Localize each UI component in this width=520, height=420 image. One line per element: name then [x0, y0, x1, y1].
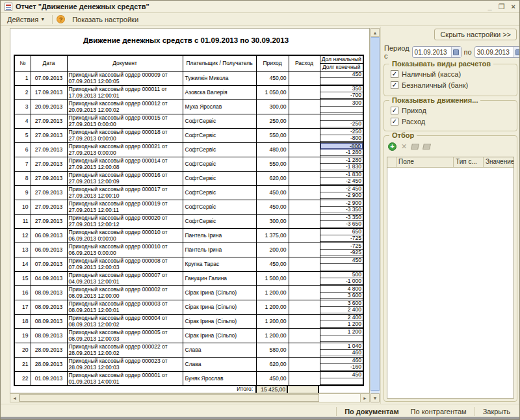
cell-expense[interactable] [289, 85, 320, 99]
cell-date[interactable]: 27.09.2013 [31, 114, 67, 128]
debt-end-cell[interactable]: -160 [320, 363, 363, 371]
cell-expense[interactable] [289, 328, 320, 343]
cell-date[interactable]: 06.09.2013 [31, 228, 67, 243]
cell-document[interactable]: Приходный кассовый ордер 000017 от27.09.… [67, 185, 183, 200]
cell-expense[interactable] [289, 285, 320, 300]
scroll-up-icon[interactable]: ▲ [370, 28, 380, 37]
debt-end-cell[interactable]: -2 900 [320, 192, 363, 199]
debt-end-cell[interactable]: -800 [320, 135, 363, 142]
cell-expense[interactable] [289, 300, 320, 314]
cell-expense[interactable] [289, 357, 320, 371]
cell-expense[interactable] [289, 228, 320, 243]
cell-expense[interactable] [289, 243, 320, 257]
cell-payer[interactable]: Азовска Валерія [183, 85, 256, 99]
cell-payer[interactable]: СофтСервіс [183, 200, 256, 214]
minimize-button[interactable]: _ [488, 3, 492, 11]
cell-num[interactable]: 3 [14, 99, 31, 114]
cell-income[interactable]: 1 200,00 [256, 300, 289, 314]
cell-expense[interactable] [289, 371, 320, 386]
cell-document[interactable]: Приходный кассовый ордер 000004 от08.09.… [67, 314, 183, 328]
cell-num[interactable]: 1 [14, 71, 31, 85]
totals-expense-cell[interactable] [288, 385, 319, 393]
cell-date[interactable]: 27.09.2013 [31, 214, 67, 228]
cell-income[interactable]: 550,00 [256, 157, 289, 171]
cell-document[interactable]: Приходный кассовый ордер 000016 от27.09.… [67, 171, 183, 185]
cell-expense[interactable] [289, 271, 320, 285]
cell-income[interactable]: 480,00 [256, 142, 289, 157]
vertical-scroll-thumb[interactable] [370, 37, 380, 391]
cell-document[interactable]: Приходный кассовый ордер 000011 от17.09.… [67, 85, 183, 99]
cell-payer[interactable]: СофтСервіс [183, 214, 256, 228]
close-button[interactable]: Закрыть [479, 406, 514, 417]
cell-num[interactable]: 7 [14, 157, 31, 171]
cell-expense[interactable] [289, 171, 320, 185]
debt-end-cell[interactable]: 3 600 [320, 292, 363, 299]
cell-date[interactable]: 27.09.2013 [31, 128, 67, 142]
cell-num[interactable]: 13 [14, 243, 31, 257]
cell-num[interactable]: 18 [14, 314, 31, 328]
cell-date[interactable]: 28.09.2013 [31, 357, 67, 371]
cell-date[interactable]: 20.09.2013 [31, 99, 67, 114]
cell-date[interactable]: 07.09.2013 [31, 257, 67, 271]
scroll-right-icon[interactable]: ► [360, 394, 369, 402]
cell-date[interactable]: 08.09.2013 [31, 328, 67, 343]
cell-expense[interactable] [289, 128, 320, 142]
noncash-checkbox[interactable] [391, 81, 398, 89]
cell-payer[interactable]: СофтСервіс [183, 114, 256, 128]
by-contractors-button[interactable]: По контрагентам [407, 406, 471, 417]
debt-end-cell[interactable] [320, 335, 363, 342]
cell-document[interactable]: Приходный кассовый ордер 000005 от08.09.… [67, 328, 183, 343]
debt-end-cell[interactable]: 1 200 [320, 321, 363, 328]
checkbox-row-income[interactable]: Приход [391, 107, 517, 114]
cell-num[interactable]: 9 [14, 185, 31, 200]
cell-date[interactable]: 06.09.2013 [31, 243, 67, 257]
cell-payer[interactable]: Сірак Ірина (Сільпо) [183, 314, 256, 328]
cell-document[interactable]: Приходный кассовый ордер 000010 от06.09.… [67, 228, 183, 243]
by-documents-button[interactable]: По документам [341, 406, 402, 417]
cell-document[interactable]: Приходный кассовый ордер 000003 от08.09.… [67, 300, 183, 314]
cell-expense[interactable] [289, 200, 320, 214]
debt-end-cell[interactable]: 460 [320, 349, 363, 356]
cell-num[interactable]: 20 [14, 343, 31, 357]
cell-date[interactable]: 28.09.2013 [31, 343, 67, 357]
cell-payer[interactable]: СофтСервіс [183, 157, 256, 171]
cell-payer[interactable]: СофтСервіс [183, 185, 256, 200]
checkbox-row-expense[interactable]: Расход [391, 118, 517, 125]
cell-num[interactable]: 11 [14, 214, 31, 228]
cell-document[interactable]: Приходный кассовый ордер 000021 от27.09.… [67, 142, 183, 157]
cell-income[interactable]: 620,00 [256, 357, 289, 371]
cell-num[interactable]: 21 [14, 357, 31, 371]
cell-expense[interactable] [289, 99, 320, 114]
debt-end-cell[interactable]: -1 280 [320, 149, 363, 156]
debt-end-cell[interactable]: -1 000 [320, 278, 363, 285]
cell-income[interactable]: 200,00 [256, 243, 289, 257]
cell-date[interactable]: 27.09.2013 [31, 142, 67, 157]
cell-document[interactable]: Приходный кассовый ордер 000010 от06.09.… [67, 243, 183, 257]
add-filter-icon[interactable]: + [388, 142, 396, 151]
cell-income[interactable]: 1 200,00 [256, 328, 289, 343]
cell-expense[interactable] [289, 214, 320, 228]
cell-document[interactable]: Приходный кассовый ордер 000015 от27.09.… [67, 114, 183, 128]
cell-num[interactable]: 6 [14, 142, 31, 157]
debt-end-cell[interactable] [320, 77, 363, 85]
cell-expense[interactable] [289, 343, 320, 357]
cell-date[interactable]: 08.09.2013 [31, 285, 67, 300]
expense-checkbox[interactable] [391, 118, 398, 125]
copy-filter-icon[interactable] [411, 144, 419, 150]
cell-income[interactable]: 1 050,00 [256, 85, 289, 99]
cell-income[interactable]: 1 200,00 [256, 285, 289, 300]
cell-income[interactable]: 250,00 [256, 114, 289, 128]
cell-payer[interactable]: СофтСервіс [183, 171, 256, 185]
cell-document[interactable]: Приходный кассовый ордер 000008 от07.09.… [67, 257, 183, 271]
debt-end-cell[interactable] [320, 106, 363, 113]
cell-expense[interactable] [289, 142, 320, 157]
checkbox-row-noncash[interactable]: Безналичный (банк) [391, 81, 517, 89]
cell-document[interactable]: Приходный кассовый ордер 000022 от28.09.… [67, 343, 183, 357]
cell-date[interactable]: 27.09.2013 [31, 171, 67, 185]
cell-date[interactable]: 08.09.2013 [31, 314, 67, 328]
cell-date[interactable]: 08.09.2013 [31, 300, 67, 314]
scroll-left-icon[interactable]: ◄ [10, 394, 20, 402]
cell-expense[interactable] [289, 257, 320, 271]
cell-num[interactable]: 16 [14, 285, 31, 300]
cell-document[interactable]: Приходный кассовый ордер 000007 от04.09.… [67, 271, 183, 285]
